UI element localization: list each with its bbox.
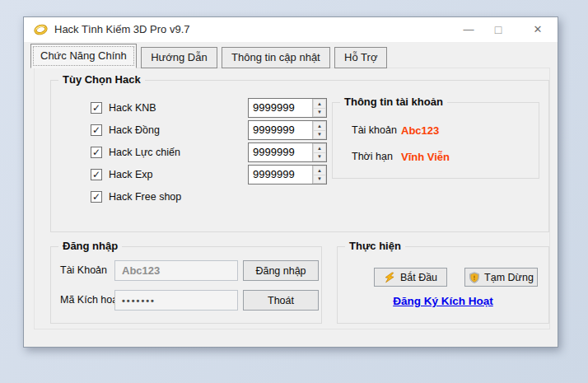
spinner-exp[interactable]: 9999999 ▲ ▼ bbox=[248, 165, 327, 184]
account-value: Abc123 bbox=[401, 124, 439, 137]
exit-button[interactable]: Thoát bbox=[243, 290, 319, 311]
spinner-up-button[interactable]: ▲ bbox=[313, 143, 326, 152]
spinner-value[interactable]: 9999999 bbox=[249, 99, 312, 117]
spinner-knb[interactable]: 9999999 ▲ ▼ bbox=[248, 98, 327, 118]
pause-button[interactable]: Tạm Dừng bbox=[464, 268, 538, 287]
hack-row-knb: ✓ Hack KNB bbox=[91, 98, 156, 118]
checkmark-icon: ✓ bbox=[92, 192, 100, 202]
gold-ring-icon bbox=[34, 23, 48, 36]
checkbox-label: Hack Lực chiến bbox=[109, 147, 180, 158]
activation-code-label: Mã Kích hoạt bbox=[60, 290, 121, 311]
checkbox-hack-luc-chien[interactable]: ✓ bbox=[91, 147, 102, 158]
actions-group: Thực hiện Bắt Đầu Tạm Dừng Đăng Ký Kích … bbox=[337, 246, 549, 324]
minimize-button[interactable]: — bbox=[454, 17, 483, 42]
close-button[interactable]: ✕ bbox=[523, 17, 553, 42]
spinner-down-button[interactable]: ▼ bbox=[313, 130, 326, 140]
arrow-up-icon: ▲ bbox=[317, 124, 322, 128]
start-button-label: Bắt Đầu bbox=[400, 272, 437, 283]
spinner-up-button[interactable]: ▲ bbox=[313, 99, 326, 108]
spinner-buttons: ▲ ▼ bbox=[312, 99, 326, 117]
hack-row-luc-chien: ✓ Hack Lực chiến bbox=[91, 142, 180, 162]
tab-update-info[interactable]: Thông tin cập nhật bbox=[222, 47, 330, 68]
expiry-label: Thời hạn bbox=[352, 151, 401, 162]
arrow-up-icon: ▲ bbox=[317, 101, 322, 106]
checkbox-label: Hack Free shop bbox=[109, 191, 181, 203]
arrow-down-icon: ▼ bbox=[317, 132, 322, 137]
hack-row-free-shop: ✓ Hack Free shop bbox=[91, 187, 181, 207]
spinner-dong[interactable]: 9999999 ▲ ▼ bbox=[248, 120, 327, 140]
title-bar[interactable]: Hack Tình Kiếm 3D Pro v9.7 — □ ✕ bbox=[24, 17, 558, 42]
lightning-bolt-icon bbox=[384, 272, 395, 283]
desktop-background: Hack Tình Kiếm 3D Pro v9.7 — □ ✕ Chức Nă… bbox=[0, 0, 588, 383]
tab-main-functions[interactable]: Chức Năng Chính bbox=[30, 44, 137, 68]
hack-row-dong: ✓ Hack Đồng bbox=[91, 120, 160, 140]
spinner-down-button[interactable]: ▼ bbox=[313, 108, 326, 118]
gold-shield-icon bbox=[469, 272, 480, 283]
tab-strip: Chức Năng Chính Hướng Dẫn Thông tin cập … bbox=[30, 44, 389, 68]
checkmark-icon: ✓ bbox=[92, 125, 100, 135]
spinner-down-button[interactable]: ▼ bbox=[313, 152, 326, 162]
account-label: Tài khoản bbox=[352, 124, 401, 136]
arrow-up-icon: ▲ bbox=[317, 146, 322, 151]
login-group: Đăng nhập Tài Khoản Abc123 Đăng nhập Mã … bbox=[50, 246, 322, 324]
activation-code-input[interactable]: ••••••• bbox=[114, 290, 238, 311]
checkbox-hack-dong[interactable]: ✓ bbox=[91, 124, 102, 136]
arrow-down-icon: ▼ bbox=[317, 110, 322, 114]
spinner-value[interactable]: 9999999 bbox=[249, 166, 312, 184]
spinner-down-button[interactable]: ▼ bbox=[313, 175, 326, 184]
group-title: Đăng nhập bbox=[58, 240, 122, 252]
spinner-value[interactable]: 9999999 bbox=[249, 143, 312, 161]
hack-row-exp: ✓ Hack Exp bbox=[91, 165, 153, 184]
spinner-buttons: ▲ ▼ bbox=[312, 143, 326, 161]
checkbox-label: Hack KNB bbox=[109, 102, 156, 114]
spinner-up-button[interactable]: ▲ bbox=[313, 166, 326, 175]
group-title: Thông tin tài khoản bbox=[340, 96, 447, 108]
expiry-row: Thời hạn Vĩnh Viễn bbox=[352, 149, 450, 164]
checkmark-icon: ✓ bbox=[92, 147, 100, 157]
group-title: Tùy Chọn Hack bbox=[58, 73, 145, 86]
username-input[interactable]: Abc123 bbox=[114, 260, 238, 281]
expiry-value: Vĩnh Viễn bbox=[401, 151, 450, 163]
checkbox-label: Hack Exp bbox=[109, 169, 153, 180]
checkbox-hack-exp[interactable]: ✓ bbox=[91, 169, 102, 180]
checkmark-icon: ✓ bbox=[92, 170, 100, 180]
start-button[interactable]: Bắt Đầu bbox=[374, 268, 447, 287]
spinner-buttons: ▲ ▼ bbox=[312, 121, 326, 139]
arrow-up-icon: ▲ bbox=[317, 168, 322, 173]
username-label: Tài Khoản bbox=[60, 260, 107, 281]
checkbox-label: Hack Đồng bbox=[109, 124, 160, 136]
account-info-group: Thông tin tài khoản Tài khoản Abc123 Thờ… bbox=[332, 102, 539, 179]
window-title: Hack Tình Kiếm 3D Pro v9.7 bbox=[54, 17, 190, 42]
checkbox-hack-free-shop[interactable]: ✓ bbox=[91, 191, 102, 203]
tab-guide[interactable]: Hướng Dẫn bbox=[141, 47, 217, 68]
group-title: Thực hiện bbox=[345, 240, 405, 252]
tab-support[interactable]: Hỗ Trợ bbox=[334, 47, 387, 68]
maximize-button[interactable]: □ bbox=[483, 17, 513, 42]
app-window: Hack Tình Kiếm 3D Pro v9.7 — □ ✕ Chức Nă… bbox=[23, 16, 558, 348]
spinner-up-button[interactable]: ▲ bbox=[313, 121, 326, 130]
checkbox-hack-knb[interactable]: ✓ bbox=[91, 102, 102, 114]
pause-button-label: Tạm Dừng bbox=[484, 272, 534, 283]
arrow-down-icon: ▼ bbox=[317, 176, 322, 181]
spinner-buttons: ▲ ▼ bbox=[312, 166, 326, 184]
spinner-value[interactable]: 9999999 bbox=[249, 121, 312, 139]
account-row: Tài khoản Abc123 bbox=[352, 123, 439, 138]
arrow-down-icon: ▼ bbox=[317, 154, 322, 159]
checkmark-icon: ✓ bbox=[92, 103, 100, 113]
register-activation-link[interactable]: Đăng Ký Kích Hoạt bbox=[338, 295, 548, 307]
login-button[interactable]: Đăng nhập bbox=[243, 260, 319, 281]
spinner-luc-chien[interactable]: 9999999 ▲ ▼ bbox=[248, 142, 327, 162]
